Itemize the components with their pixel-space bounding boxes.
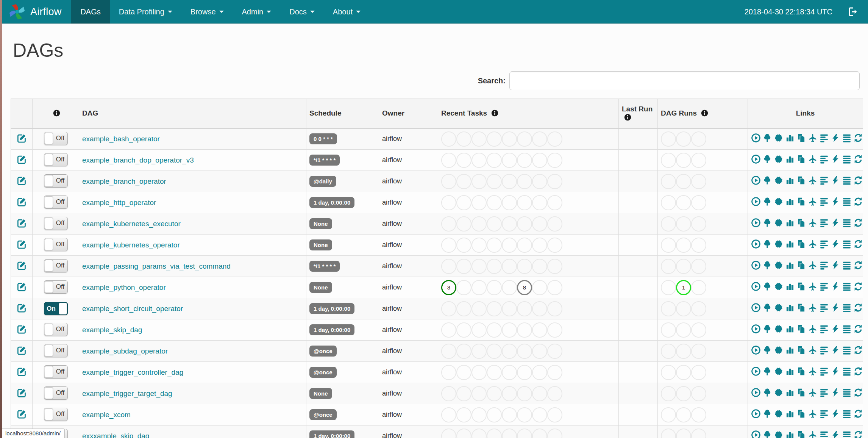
dag-run-circle[interactable] <box>661 238 676 253</box>
recent-task-circle[interactable] <box>502 301 517 316</box>
recent-task-circle[interactable] <box>487 195 502 210</box>
task-duration-icon[interactable] <box>785 197 795 206</box>
nav-item-admin[interactable]: Admin <box>233 0 281 23</box>
dag-run-circle[interactable] <box>661 153 676 168</box>
recent-task-circle[interactable] <box>517 429 532 438</box>
edit-dag-icon[interactable] <box>17 409 27 419</box>
recent-task-circle[interactable] <box>547 322 562 338</box>
trigger-dag-icon[interactable] <box>751 430 761 438</box>
task-tries-icon[interactable] <box>796 282 806 291</box>
edit-dag-icon[interactable] <box>17 197 27 207</box>
gantt-view-icon[interactable] <box>819 239 829 249</box>
dag-pause-toggle[interactable]: Off <box>44 323 68 336</box>
task-tries-icon[interactable] <box>796 154 806 164</box>
recent-task-circle[interactable] <box>547 344 562 359</box>
recent-task-circle[interactable] <box>471 216 487 232</box>
recent-task-circle[interactable] <box>441 174 456 189</box>
recent-task-circle[interactable] <box>532 238 547 253</box>
dag-run-circle[interactable] <box>691 216 706 232</box>
recent-task-circle[interactable] <box>456 386 471 401</box>
code-view-icon[interactable] <box>831 175 840 185</box>
dag-link[interactable]: exxxample_skip_dag <box>82 432 149 438</box>
gantt-view-icon[interactable] <box>819 366 829 376</box>
task-duration-icon[interactable] <box>785 133 795 143</box>
edit-dag-icon[interactable] <box>17 260 27 271</box>
recent-task-circle[interactable] <box>517 386 532 401</box>
recent-task-circle[interactable] <box>517 344 532 359</box>
dag-pause-toggle[interactable]: Off <box>44 280 68 294</box>
dag-pause-toggle[interactable]: Off <box>44 174 68 188</box>
gantt-view-icon[interactable] <box>819 218 829 228</box>
recent-task-circle[interactable] <box>487 344 502 359</box>
recent-task-circle[interactable] <box>487 153 502 168</box>
col-dag-header[interactable]: DAG <box>79 99 306 128</box>
graph-view-icon[interactable] <box>774 388 784 397</box>
edit-dag-icon[interactable] <box>17 133 27 143</box>
dag-pause-toggle[interactable]: Off <box>44 132 68 145</box>
recent-task-circle[interactable] <box>517 238 532 253</box>
recent-task-circle[interactable] <box>532 365 547 380</box>
dag-run-circle[interactable] <box>661 216 676 232</box>
recent-task-circle[interactable] <box>471 429 487 438</box>
recent-task-circle[interactable] <box>517 407 532 422</box>
recent-task-circle[interactable] <box>502 174 517 189</box>
dag-run-circle[interactable] <box>676 322 691 338</box>
edit-dag-icon[interactable] <box>17 388 27 398</box>
dag-details-icon[interactable] <box>842 133 852 143</box>
recent-task-circle[interactable] <box>441 407 456 422</box>
graph-view-icon[interactable] <box>774 430 784 438</box>
dag-run-circle[interactable] <box>676 174 691 189</box>
refresh-dag-icon[interactable] <box>853 260 863 270</box>
dag-pause-toggle[interactable]: Off <box>44 238 68 251</box>
recent-task-circle[interactable] <box>547 195 562 210</box>
recent-task-circle[interactable] <box>547 280 562 295</box>
edit-dag-icon[interactable] <box>17 345 27 355</box>
tree-view-icon[interactable] <box>762 324 772 334</box>
gantt-view-icon[interactable] <box>819 260 829 270</box>
dag-run-circle[interactable] <box>691 174 706 189</box>
task-tries-icon[interactable] <box>796 303 806 313</box>
nav-item-dags[interactable]: DAGs <box>71 0 109 23</box>
nav-item-data-profiling[interactable]: Data Profiling <box>110 0 181 23</box>
recent-task-circle[interactable]: 3 <box>441 280 456 295</box>
dag-run-circle[interactable] <box>676 195 691 210</box>
recent-task-circle[interactable] <box>532 386 547 401</box>
schedule-badge[interactable]: @once <box>309 346 337 357</box>
landing-times-icon[interactable] <box>808 282 818 291</box>
trigger-dag-icon[interactable] <box>751 388 761 397</box>
landing-times-icon[interactable] <box>808 409 818 419</box>
tree-view-icon[interactable] <box>762 175 772 185</box>
col-last-run-header[interactable]: Last Run <box>619 99 658 128</box>
task-tries-icon[interactable] <box>796 218 806 228</box>
refresh-dag-icon[interactable] <box>853 388 863 397</box>
trigger-dag-icon[interactable] <box>751 303 761 313</box>
landing-times-icon[interactable] <box>808 303 818 313</box>
edit-dag-icon[interactable] <box>17 175 27 186</box>
task-tries-icon[interactable] <box>796 197 806 206</box>
schedule-badge[interactable]: None <box>309 282 332 293</box>
gantt-view-icon[interactable] <box>819 133 829 143</box>
recent-task-circle[interactable] <box>456 301 471 316</box>
landing-times-icon[interactable] <box>808 154 818 164</box>
recent-task-circle[interactable] <box>547 174 562 189</box>
task-duration-icon[interactable] <box>785 324 795 334</box>
recent-task-circle[interactable] <box>456 344 471 359</box>
gantt-view-icon[interactable] <box>819 175 829 185</box>
dag-pause-toggle[interactable]: Off <box>44 259 68 272</box>
dag-details-icon[interactable] <box>842 260 852 270</box>
recent-task-circle[interactable] <box>441 259 456 274</box>
landing-times-icon[interactable] <box>808 197 818 206</box>
dag-link[interactable]: example_passing_params_via_test_command <box>82 262 231 270</box>
graph-view-icon[interactable] <box>774 345 784 355</box>
dag-details-icon[interactable] <box>842 239 852 249</box>
dag-run-circle[interactable] <box>661 259 676 274</box>
dag-run-circle[interactable]: 1 <box>676 280 691 295</box>
refresh-dag-icon[interactable] <box>853 133 863 143</box>
dag-pause-toggle[interactable]: Off <box>44 153 68 166</box>
dag-run-circle[interactable] <box>691 153 706 168</box>
tree-view-icon[interactable] <box>762 133 772 143</box>
recent-task-circle[interactable] <box>471 259 487 274</box>
graph-view-icon[interactable] <box>774 282 784 291</box>
dag-details-icon[interactable] <box>842 409 852 419</box>
dag-run-circle[interactable] <box>661 344 676 359</box>
